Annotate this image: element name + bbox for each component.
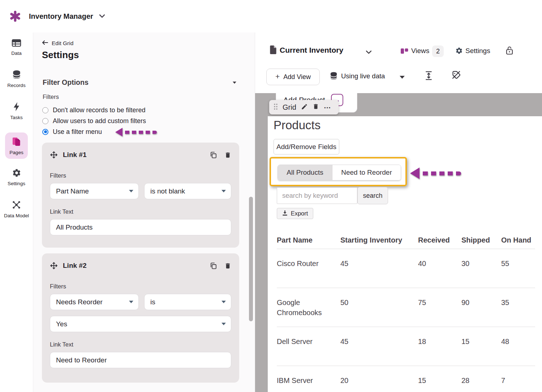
table-header-row: Part Name Starting Inventory Received Sh…	[277, 229, 535, 249]
sidebar-label-tasks: Tasks	[10, 115, 23, 120]
settings-panel-scrollbar[interactable]	[249, 197, 253, 321]
radio-option-no-filtering[interactable]: Don't allow records to be filtered	[42, 106, 146, 114]
plus-icon: +	[275, 72, 280, 81]
trash-icon[interactable]	[224, 151, 231, 159]
collapse-caret-icon[interactable]	[233, 82, 236, 84]
col-received[interactable]: Received	[418, 229, 461, 249]
radio-circle[interactable]	[42, 107, 48, 113]
filters-group-label: Filters	[43, 93, 59, 100]
back-link-label: Edit Grid	[52, 40, 73, 47]
sidebar-item-data-model[interactable]: Data Model	[1, 199, 32, 220]
grid-chip-label: Grid	[283, 103, 296, 112]
link-text-label: Link Text	[50, 208, 231, 215]
link-card-title: Link #2	[63, 262, 86, 270]
sidebar-label-data: Data	[11, 51, 22, 56]
using-live-data-dropdown[interactable]: Using live data	[341, 72, 385, 80]
col-part-name[interactable]: Part Name	[277, 229, 340, 249]
table-row: Dell Server 45 18 15 48	[277, 327, 535, 366]
edit-pencil-icon[interactable]	[301, 103, 308, 112]
views-icon	[400, 47, 409, 56]
sidebar-label-data-model: Data Model	[4, 213, 29, 218]
tag-slash-icon[interactable]	[451, 70, 461, 81]
filter-operator-dropdown[interactable]: is	[144, 294, 231, 310]
back-arrow-icon	[42, 40, 48, 47]
sidebar-item-tasks[interactable]: Tasks	[7, 100, 26, 122]
network-nodes-icon	[12, 200, 21, 211]
duplicate-icon[interactable]	[210, 151, 217, 159]
table-row: Cisco Router 45 40 30 55	[277, 249, 535, 288]
search-input[interactable]	[277, 187, 357, 204]
page-chevron-down-icon[interactable]	[366, 49, 372, 56]
filter-tab-all-products[interactable]: All Products	[278, 165, 332, 180]
delete-trash-icon[interactable]	[313, 103, 319, 112]
left-nav-sidebar: Data Records Tasks Pages Settings Data M…	[0, 32, 33, 392]
card-filters-label: Filters	[50, 172, 231, 179]
views-label[interactable]: Views	[411, 47, 429, 55]
grid-settings-panel: Edit Grid Settings Filter Options Filter…	[33, 32, 255, 392]
filter-menu-tabs: All Products Need to Reorder	[278, 165, 401, 180]
annotation-arrow-filter-menu	[115, 128, 157, 136]
col-starting-inventory[interactable]: Starting Inventory	[340, 229, 418, 249]
radio-option-filter-menu[interactable]: Use a filter menu	[42, 128, 102, 136]
filter-field-dropdown[interactable]: Needs Reorder	[50, 294, 139, 310]
lightning-bolt-icon	[13, 102, 20, 113]
filter-operator-dropdown[interactable]: is not blank	[144, 183, 231, 199]
expand-vertical-icon[interactable]	[424, 71, 433, 82]
add-view-button[interactable]: + Add View	[266, 69, 320, 85]
page-builder-area: Current Inventory Views 2 Settings + Add…	[255, 32, 542, 392]
back-to-edit-grid-link[interactable]: Edit Grid	[42, 40, 73, 47]
duplicate-icon[interactable]	[210, 262, 217, 270]
col-shipped[interactable]: Shipped	[461, 229, 501, 249]
filter-link-card-1: Link #1 Filters Part Name is not blank L…	[42, 143, 239, 248]
link-text-label: Link Text	[50, 341, 231, 348]
sidebar-label-settings: Settings	[8, 181, 25, 186]
add-remove-fields-button[interactable]: Add/Remove Fields	[274, 139, 339, 154]
live-data-database-icon	[330, 71, 338, 82]
sidebar-label-pages: Pages	[9, 150, 23, 155]
move-handle-icon[interactable]	[50, 262, 58, 270]
export-button[interactable]: Export	[277, 208, 313, 219]
settings-gear-icon[interactable]	[455, 47, 463, 56]
table-grid-icon	[12, 39, 21, 49]
grid-view-toolbar-chip: Grid …	[269, 100, 339, 114]
live-data-caret-icon[interactable]	[400, 76, 405, 79]
sidebar-item-settings[interactable]: Settings	[5, 167, 28, 188]
table-row: IBM Server 20 15 28 7	[277, 366, 535, 392]
app-logo-asterisk-icon[interactable]	[9, 10, 21, 22]
sidebar-item-pages[interactable]: Pages	[5, 132, 27, 159]
builder-settings-label[interactable]: Settings	[465, 47, 490, 55]
move-handle-icon[interactable]	[50, 151, 58, 159]
col-on-hand[interactable]: On Hand	[501, 229, 535, 249]
lock-icon[interactable]	[505, 45, 514, 57]
download-icon	[282, 210, 288, 217]
products-heading: Products	[274, 118, 321, 132]
drag-dots-icon[interactable]	[274, 103, 278, 112]
filter-tab-need-to-reorder[interactable]: Need to Reorder	[332, 165, 401, 180]
link-card-title: Link #1	[63, 151, 86, 159]
filter-options-section-header[interactable]: Filter Options	[43, 78, 236, 87]
link-text-input[interactable]: All Products	[50, 219, 231, 235]
trash-icon[interactable]	[224, 262, 231, 270]
inventory-table: Part Name Starting Inventory Received Sh…	[277, 229, 535, 392]
more-options-icon[interactable]: …	[324, 102, 331, 110]
sidebar-item-data[interactable]: Data	[8, 37, 25, 57]
app-menu-chevron-down-icon[interactable]	[99, 13, 105, 19]
search-button[interactable]: search	[357, 187, 388, 204]
radio-circle-selected[interactable]	[42, 129, 48, 135]
database-icon	[12, 70, 21, 81]
page-file-icon	[269, 45, 277, 56]
gear-icon	[12, 168, 21, 179]
filter-options-title: Filter Options	[43, 78, 89, 87]
radio-circle[interactable]	[42, 118, 48, 124]
page-preview: Products Add/Remove Fields All Products …	[268, 116, 542, 392]
filter-field-dropdown[interactable]: Part Name	[50, 183, 139, 199]
app-title: Inventory Manager	[29, 12, 93, 21]
sidebar-item-records[interactable]: Records	[4, 68, 28, 90]
filter-value-dropdown[interactable]: Yes	[50, 316, 231, 332]
panel-title: Settings	[42, 49, 79, 61]
link-text-input[interactable]: Need to Reorder	[50, 352, 231, 368]
sidebar-label-records: Records	[7, 83, 25, 88]
table-row: Google Chromebooks 50 75 90 35	[277, 288, 535, 327]
views-count-badge: 2	[432, 45, 444, 57]
radio-option-custom-filters[interactable]: Allow users to add custom filters	[42, 117, 146, 125]
